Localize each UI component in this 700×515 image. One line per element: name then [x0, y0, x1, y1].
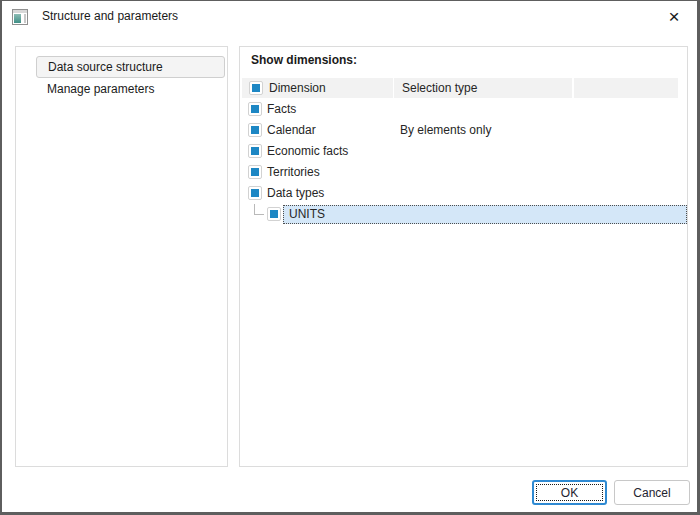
checkbox-icon[interactable] [248, 165, 262, 179]
checkbox-icon[interactable] [248, 102, 262, 116]
dimension-label: Facts [267, 99, 296, 120]
sidebar-item-label: Manage parameters [47, 82, 154, 96]
close-button[interactable]: × [651, 1, 697, 32]
dimensions-table-header: Dimension Selection type [242, 78, 678, 98]
dimension-row-data-types[interactable]: Data types [242, 183, 687, 204]
sidebar: Data source structure Manage parameters [15, 46, 228, 467]
column-header-label: Dimension [269, 78, 326, 98]
column-header-label: Selection type [402, 78, 477, 98]
dimensions-table-body: Facts Calendar By elements only Economic… [242, 99, 687, 225]
dimension-label: Economic facts [267, 141, 348, 162]
titlebar: Structure and parameters × [2, 1, 697, 32]
dimension-row-economic-facts[interactable]: Economic facts [242, 141, 687, 162]
dimension-row-facts[interactable]: Facts [242, 99, 687, 120]
checkbox-icon[interactable] [248, 186, 262, 200]
checkbox-icon[interactable] [248, 123, 262, 137]
close-icon: × [651, 2, 697, 31]
app-window-icon [12, 9, 28, 25]
checkbox-icon[interactable] [248, 144, 262, 158]
structure-and-parameters-dialog: Structure and parameters × Data source s… [0, 0, 700, 515]
select-all-checkbox-icon[interactable] [249, 81, 263, 95]
sidebar-item-label: Data source structure [48, 60, 163, 74]
dimension-label: UNITS [289, 204, 325, 225]
sidebar-item-data-source-structure[interactable]: Data source structure [36, 56, 225, 78]
selection-type-label: By elements only [400, 120, 491, 141]
selected-row-highlight [283, 205, 687, 224]
dimension-row-territories[interactable]: Territories [242, 162, 687, 183]
dimension-label: Data types [267, 183, 324, 204]
sidebar-item-manage-parameters[interactable]: Manage parameters [36, 79, 225, 101]
cancel-button[interactable]: Cancel [614, 480, 690, 505]
tree-branch-icon [254, 204, 264, 215]
checkbox-icon[interactable] [267, 207, 281, 221]
dimension-row-calendar[interactable]: Calendar By elements only [242, 120, 687, 141]
window-title: Structure and parameters [42, 1, 178, 32]
dimension-label: Territories [267, 162, 320, 183]
show-dimensions-heading: Show dimensions: [251, 53, 357, 67]
ok-button[interactable]: OK [532, 480, 607, 505]
main-panel: Show dimensions: Dimension Selection typ… [239, 46, 688, 467]
dimension-row-units[interactable]: UNITS [242, 204, 687, 225]
column-header-selection-type: Selection type [394, 78, 572, 98]
dimension-label: Calendar [267, 120, 316, 141]
column-header-dimension: Dimension [242, 78, 393, 98]
column-header-empty [574, 78, 678, 98]
